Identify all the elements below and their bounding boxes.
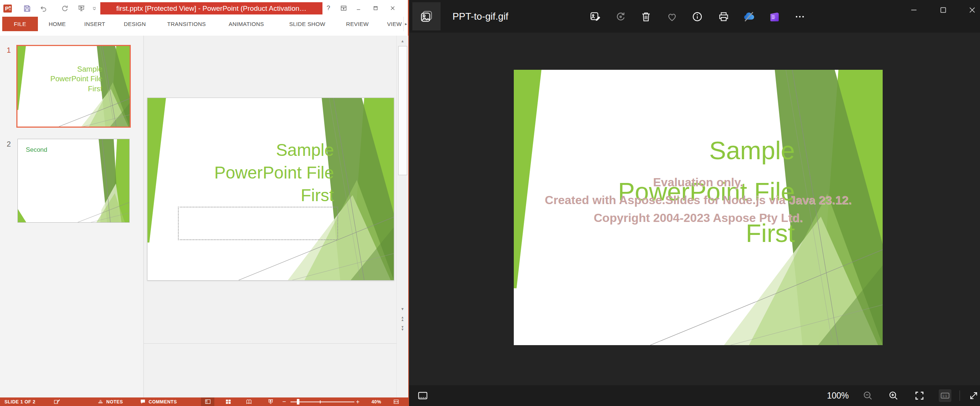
tab-scroll-arrow[interactable]: ▸ — [403, 17, 408, 31]
watermark-line: Created with Aspose.Slides for Node.js v… — [514, 191, 883, 209]
title-line: First — [214, 184, 334, 207]
subtitle-placeholder[interactable] — [178, 207, 338, 240]
tab-review[interactable]: REVIEW — [346, 17, 369, 31]
clipchamp-icon[interactable] — [768, 10, 781, 23]
notes-pane-divider[interactable] — [144, 343, 396, 344]
zoom-out-icon[interactable] — [861, 389, 874, 402]
see-more-icon[interactable] — [794, 10, 806, 23]
collapsed-ribbon-strip — [0, 31, 408, 36]
filmstrip-icon[interactable] — [417, 389, 429, 402]
slide-canvas[interactable]: Sample PowerPoint File First — [147, 98, 394, 281]
tab-design[interactable]: DESIGN — [124, 17, 146, 31]
actual-size-icon[interactable]: 1:1 — [939, 389, 951, 402]
full-screen-icon[interactable] — [967, 389, 980, 402]
tab-insert[interactable]: INSERT — [84, 17, 105, 31]
slide-thumbnail-2[interactable]: Second — [18, 139, 130, 223]
maximize-button[interactable] — [370, 3, 381, 13]
tab-slide-show[interactable]: SLIDE SHOW — [289, 17, 325, 31]
scroll-down-icon[interactable]: ▼ — [397, 304, 408, 313]
minimize-button[interactable] — [908, 5, 920, 16]
photos-bottom-bar: 100% 1:1 — [409, 385, 980, 406]
slide-title-textbox[interactable]: Sample PowerPoint File First — [214, 139, 334, 207]
slide-indicator: SLIDE 1 OF 2 — [5, 398, 35, 406]
zoom-slider-track[interactable] — [291, 401, 355, 402]
title-line: Sample — [214, 139, 334, 162]
photos-titlebar: PPT-to-gif.gif — [409, 0, 980, 33]
delete-icon[interactable] — [640, 10, 652, 23]
slide-title: Sample PowerPoint File First — [51, 64, 103, 94]
slide-number-1: 1 — [7, 46, 11, 55]
ribbon-tab-row: FILE HOME INSERT DESIGN TRANSITIONS ANIM… — [0, 17, 408, 31]
tab-view[interactable]: VIEW — [387, 17, 403, 31]
view-reading-button[interactable] — [243, 398, 255, 406]
onedrive-unavailable-icon[interactable] — [743, 10, 755, 23]
print-icon[interactable] — [718, 10, 730, 23]
powerpoint-window: P first.pptx [Protected View] - PowerPoi… — [0, 0, 409, 406]
zoom-out-button[interactable]: − — [282, 398, 286, 406]
zoom-slider-tick — [320, 400, 321, 403]
info-icon[interactable] — [691, 10, 703, 23]
ribbon-display-options-icon[interactable] — [338, 3, 349, 13]
aspose-watermark: Evaluation only. Created with Aspose.Sli… — [514, 173, 883, 227]
slide-number-2: 2 — [7, 140, 11, 148]
divider — [959, 390, 960, 401]
undo-icon[interactable] — [38, 3, 49, 14]
view-slide-sorter-button[interactable] — [222, 398, 234, 406]
rotate-icon[interactable] — [614, 10, 627, 23]
slide-editor-area: Sample PowerPoint File First — [144, 36, 396, 398]
zoom-slider-thumb[interactable] — [297, 399, 299, 404]
watermark-line: Evaluation only. — [514, 173, 883, 191]
zoom-percentage[interactable]: 40% — [371, 398, 381, 406]
photos-filename: PPT-to-gif.gif — [452, 0, 508, 33]
tab-animations[interactable]: ANIMATIONS — [229, 17, 264, 31]
zoom-in-icon[interactable] — [887, 389, 900, 402]
next-slide-icon[interactable]: ▼▼ — [397, 324, 408, 333]
save-icon[interactable] — [22, 3, 33, 14]
ppt-titlebar: P first.pptx [Protected View] - PowerPoi… — [0, 0, 408, 17]
scroll-up-icon[interactable]: ▲ — [397, 36, 408, 45]
ppt-content-area: 1 Sample — [0, 36, 408, 398]
screenshot-root: P first.pptx [Protected View] - PowerPoi… — [0, 0, 980, 406]
title-line: First — [51, 84, 103, 94]
maximize-button[interactable] — [938, 5, 949, 16]
svg-text:1:1: 1:1 — [942, 394, 947, 398]
view-slideshow-button[interactable] — [264, 398, 277, 406]
ink-pen-icon[interactable] — [52, 398, 62, 406]
title-line: Sample — [618, 130, 795, 171]
fit-slide-to-window-icon[interactable] — [391, 398, 401, 406]
photos-zoom-percentage: 100% — [827, 385, 849, 406]
window-title: first.pptx [Protected View] - PowerPoint… — [100, 2, 323, 14]
see-all-photos-button[interactable] — [412, 2, 441, 30]
notes-button[interactable]: NOTES — [106, 398, 123, 406]
title-line: Sample — [51, 64, 103, 74]
redo-icon[interactable] — [59, 3, 71, 14]
tab-home[interactable]: HOME — [49, 17, 66, 31]
comments-icon[interactable] — [138, 398, 147, 406]
title-line: PowerPoint File — [51, 74, 103, 84]
previous-slide-icon[interactable]: ▲▲ — [397, 315, 408, 323]
comments-button[interactable]: COMMENTS — [149, 398, 177, 406]
close-button[interactable] — [387, 3, 398, 13]
minimize-button[interactable] — [353, 3, 364, 13]
displayed-image: Sample PowerPoint File First Evaluation … — [514, 70, 883, 345]
photo-viewer-area: Sample PowerPoint File First Evaluation … — [409, 33, 980, 385]
edit-image-icon[interactable] — [589, 10, 601, 23]
ppt-status-bar: SLIDE 1 OF 2 NOTES COMMENTS — [0, 398, 408, 406]
scrollbar-thumb[interactable] — [398, 46, 407, 175]
close-button[interactable] — [967, 5, 978, 16]
start-slideshow-icon[interactable] — [76, 3, 87, 14]
powerpoint-logo-icon[interactable]: P — [2, 3, 13, 14]
tab-transitions[interactable]: TRANSITIONS — [167, 17, 206, 31]
notes-icon[interactable] — [96, 398, 105, 406]
view-normal-button[interactable] — [201, 398, 214, 406]
slide2-title: Second — [26, 146, 48, 154]
zoom-in-button[interactable]: + — [356, 398, 360, 406]
favorite-icon[interactable] — [666, 10, 678, 23]
photos-window: PPT-to-gif.gif — [409, 0, 980, 406]
fit-to-window-icon[interactable] — [913, 389, 926, 402]
customize-quick-access-icon[interactable] — [91, 3, 97, 14]
help-button[interactable]: ? — [323, 3, 334, 13]
slide-thumbnail-1[interactable]: Sample PowerPoint File First — [16, 45, 131, 128]
vertical-scrollbar[interactable]: ▲ ▼ ▲▲ ▼▼ — [396, 36, 408, 398]
tab-file[interactable]: FILE — [2, 17, 38, 31]
